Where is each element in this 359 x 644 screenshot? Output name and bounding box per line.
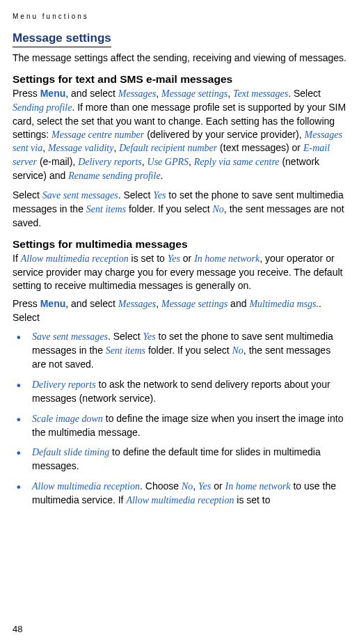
mms-para-2: Press Menu, and select Messages, Message… xyxy=(13,297,346,324)
ui-save-sent: Save sent messages xyxy=(42,190,118,201)
list-item: Scale image down to define the image siz… xyxy=(13,412,346,439)
ui-yes: Yes xyxy=(143,331,155,342)
t: , xyxy=(228,88,233,99)
ui-scale-image: Scale image down xyxy=(32,414,103,424)
t: , xyxy=(142,156,147,167)
ui-sent-items: Sent items xyxy=(106,345,145,356)
t: , xyxy=(193,480,198,492)
t: is set to xyxy=(234,494,270,505)
t: , and select xyxy=(65,88,118,99)
list-item: Allow multimedia reception. Choose No, Y… xyxy=(13,480,346,508)
ui-slide-timing: Default slide timing xyxy=(32,447,109,457)
sms-para-1: Press Menu, and select Messages, Message… xyxy=(13,87,346,183)
t: is set to xyxy=(129,253,168,264)
ui-delivery-reports: Delivery reports xyxy=(32,379,96,390)
ui-centre-number: Message centre number xyxy=(51,129,144,140)
t: or xyxy=(211,480,225,492)
ui-sending-profile: Sending profile xyxy=(13,102,72,113)
ui-default-recipient: Default recipient number xyxy=(119,143,217,153)
ui-rename-profile: Rename sending profile xyxy=(68,171,160,181)
menu-term: Menu xyxy=(40,88,66,99)
page-number: 48 xyxy=(13,624,22,634)
mms-bullet-list: Save sent messages. Select Yes to set th… xyxy=(13,330,346,508)
menu-term: Menu xyxy=(40,298,66,309)
ui-messages: Messages xyxy=(118,299,156,309)
t: folder. If you select xyxy=(145,345,232,356)
ui-yes: Yes xyxy=(168,253,180,264)
header-label: Menu functions xyxy=(13,13,346,20)
t: Press xyxy=(13,298,40,309)
t: . Select xyxy=(108,331,143,342)
sms-para-2: Select Save sent messages. Select Yes to… xyxy=(13,189,346,230)
intro-text: The message settings affect the sending,… xyxy=(13,52,346,65)
t: , xyxy=(156,88,161,99)
t: , and select xyxy=(65,298,118,309)
ui-home-network: In home network xyxy=(194,253,260,264)
t: . Choose xyxy=(140,480,182,492)
ui-no: No xyxy=(232,345,244,356)
ui-message-settings: Message settings xyxy=(161,88,228,99)
t: (e-mail), xyxy=(37,156,78,167)
t: (delivered by your service provider), xyxy=(144,129,304,140)
ui-yes: Yes xyxy=(198,481,211,492)
list-item: Default slide timing to define the defau… xyxy=(13,446,346,473)
ui-messages: Messages xyxy=(118,88,156,99)
t: . Select xyxy=(288,88,321,99)
t: folder. If you select xyxy=(126,203,213,214)
t: If xyxy=(13,253,21,264)
section-title-wrap: Message settings xyxy=(13,31,346,52)
t: , xyxy=(189,156,194,167)
t: (text messages) or xyxy=(217,142,303,153)
section-title: Message settings xyxy=(13,31,111,47)
ui-validity: Message validity xyxy=(48,143,113,153)
list-item: Delivery reports to ask the network to s… xyxy=(13,378,346,405)
ui-multimedia-msgs: Multimedia msgs. xyxy=(249,299,319,309)
sms-heading: Settings for text and SMS e-mail message… xyxy=(13,73,346,86)
ui-use-gprs: Use GPRS xyxy=(147,157,189,167)
ui-home-network: In home network xyxy=(225,481,290,492)
ui-delivery-reports: Delivery reports xyxy=(78,157,142,167)
mms-para-1: If Allow multimedia reception is set to … xyxy=(13,252,346,292)
t: Select xyxy=(13,189,42,201)
ui-save-sent: Save sent messages xyxy=(32,331,108,342)
mms-heading: Settings for multimedia messages xyxy=(13,238,346,251)
t: . Select xyxy=(118,189,154,201)
t: . xyxy=(161,170,163,181)
ui-text-messages: Text messages xyxy=(233,88,288,99)
ui-no: No xyxy=(213,204,224,214)
ui-allow-reception: Allow multimedia reception xyxy=(32,481,140,492)
ui-yes: Yes xyxy=(153,190,166,201)
list-item: Save sent messages. Select Yes to set th… xyxy=(13,330,346,371)
ui-allow-reception: Allow multimedia reception xyxy=(126,495,234,505)
t: Press xyxy=(13,88,40,99)
t: , xyxy=(156,298,161,309)
ui-message-settings: Message settings xyxy=(161,299,228,309)
ui-allow-reception: Allow multimedia reception xyxy=(21,253,129,264)
t: , xyxy=(42,142,48,153)
ui-no: No xyxy=(182,481,193,492)
ui-reply-via: Reply via same centre xyxy=(194,157,280,167)
ui-sent-items: Sent items xyxy=(86,204,126,214)
t: and xyxy=(228,298,249,309)
t: or xyxy=(180,253,194,264)
